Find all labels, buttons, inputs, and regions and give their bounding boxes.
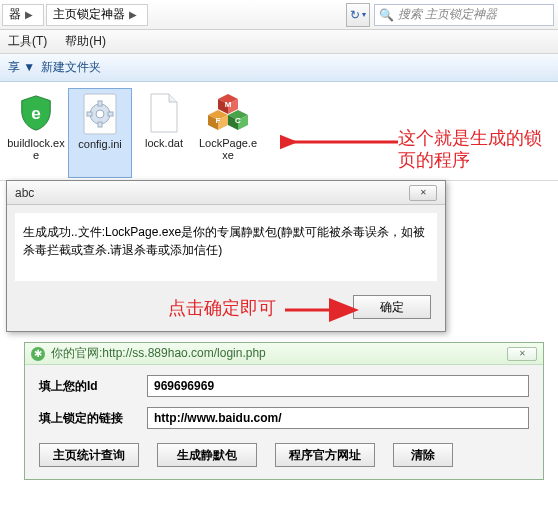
gear-icon	[79, 93, 121, 135]
svg-text:e: e	[31, 104, 41, 123]
chevron-right-icon: ▶	[125, 9, 141, 20]
annotation-ok: 点击确定即可	[168, 298, 276, 320]
svg-text:F: F	[216, 116, 221, 125]
file-label: LockPage.exe	[198, 137, 258, 161]
address-bar: 器 ▶ 主页锁定神器 ▶ ↻ ▾ 🔍 搜索 主页锁定神器	[0, 0, 558, 30]
refresh-icon: ↻	[350, 8, 360, 22]
arrow-icon	[280, 128, 400, 156]
file-item-lockpage[interactable]: M F C LockPage.exe	[196, 88, 260, 178]
file-item-lockdat[interactable]: lock.dat	[132, 88, 196, 178]
shield-icon: e	[15, 92, 57, 134]
breadcrumb-text: 器	[9, 6, 21, 23]
svg-rect-7	[108, 112, 113, 116]
stats-button[interactable]: 主页统计查询	[39, 443, 139, 467]
svg-text:C: C	[235, 116, 241, 125]
search-icon: 🔍	[379, 8, 394, 22]
menu-bar: 工具(T) 帮助(H)	[0, 30, 558, 54]
search-placeholder: 搜索 主页锁定神器	[398, 6, 497, 23]
search-input[interactable]: 🔍 搜索 主页锁定神器	[374, 4, 554, 26]
annotation-lockpage: 这个就是生成的锁 页的程序	[398, 128, 542, 171]
svg-rect-6	[87, 112, 92, 116]
cubes-icon: M F C	[207, 92, 249, 134]
refresh-button[interactable]: ↻ ▾	[346, 3, 370, 27]
file-item-buildlock[interactable]: e buildlock.exe	[4, 88, 68, 178]
label-url: 填上锁定的链接	[39, 410, 147, 427]
arrow-icon	[283, 298, 363, 322]
file-label: config.ini	[78, 138, 121, 150]
dialog-message: 生成成功..文件:LockPage.exe是你的专属静默包(静默可能被杀毒误杀，…	[15, 213, 437, 281]
main-tool-window: ✱ 你的官网:http://ss.889hao.com/login.php ✕ …	[24, 342, 544, 480]
build-button[interactable]: 生成静默包	[157, 443, 257, 467]
chevron-down-icon: ▾	[362, 10, 366, 19]
clear-button[interactable]: 清除	[393, 443, 453, 467]
menu-tools[interactable]: 工具(T)	[8, 33, 47, 50]
close-button[interactable]: ✕	[507, 347, 537, 361]
close-icon: ✕	[420, 188, 427, 197]
close-button[interactable]: ✕	[409, 185, 437, 201]
breadcrumb-text: 主页锁定神器	[53, 6, 125, 23]
document-icon	[143, 92, 185, 134]
file-label: lock.dat	[145, 137, 183, 149]
toolbar-share[interactable]: 享 ▼	[8, 59, 35, 76]
official-button[interactable]: 程序官方网址	[275, 443, 375, 467]
label-id: 填上您的Id	[39, 378, 147, 395]
menu-help[interactable]: 帮助(H)	[65, 33, 106, 50]
toolbar-newfolder[interactable]: 新建文件夹	[41, 59, 101, 76]
breadcrumb-seg-folder[interactable]: 主页锁定神器 ▶	[46, 4, 148, 26]
svg-rect-4	[98, 101, 102, 106]
button-row: 主页统计查询 生成静默包 程序官方网址 清除	[39, 439, 529, 467]
input-url[interactable]	[147, 407, 529, 429]
window-titlebar: ✱ 你的官网:http://ss.889hao.com/login.php ✕	[25, 343, 543, 365]
row-url: 填上锁定的链接	[39, 407, 529, 429]
window-title: 你的官网:http://ss.889hao.com/login.php	[51, 345, 266, 362]
toolbar: 享 ▼ 新建文件夹	[0, 54, 558, 82]
row-id: 填上您的Id	[39, 375, 529, 397]
app-icon: ✱	[31, 347, 45, 361]
input-id[interactable]	[147, 375, 529, 397]
ok-button[interactable]: 确定	[353, 295, 431, 319]
svg-point-3	[96, 110, 104, 118]
breadcrumb-seg-root[interactable]: 器 ▶	[2, 4, 44, 26]
dialog-titlebar: abc ✕	[7, 181, 445, 205]
close-icon: ✕	[519, 349, 526, 358]
chevron-right-icon: ▶	[21, 9, 37, 20]
dialog-title-text: abc	[15, 186, 34, 200]
svg-text:M: M	[225, 100, 232, 109]
file-item-config[interactable]: config.ini	[68, 88, 132, 178]
svg-rect-5	[98, 122, 102, 127]
file-label: buildlock.exe	[6, 137, 66, 161]
